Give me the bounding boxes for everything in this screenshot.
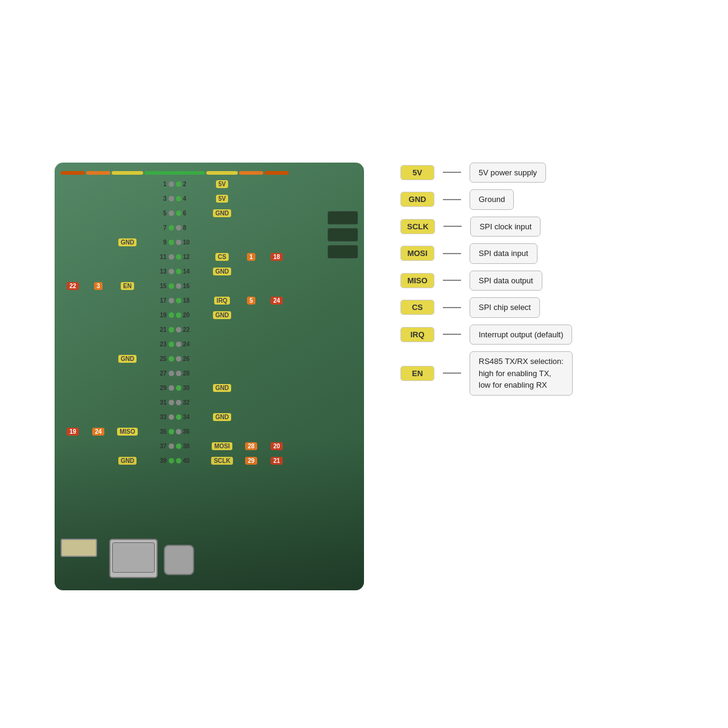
legend-badge: EN bbox=[400, 366, 434, 381]
connector-strip bbox=[61, 539, 97, 557]
header-func-right bbox=[206, 171, 238, 175]
legend-description: 5V power supply bbox=[470, 163, 546, 183]
rj45-inner bbox=[112, 542, 155, 573]
chip-2 bbox=[328, 228, 358, 241]
table-row: 13 14 GND bbox=[61, 265, 358, 278]
legend-description: SPI data input bbox=[470, 243, 538, 264]
chip-components bbox=[328, 211, 358, 258]
legend-item: CS SPI chip select bbox=[400, 297, 673, 318]
chip-1 bbox=[328, 211, 358, 224]
legend-item: GND Ground bbox=[400, 189, 673, 210]
table-row: 19 24 MISO 35 36 bbox=[61, 425, 358, 439]
table-row: 27 28 bbox=[61, 367, 358, 380]
legend-connector-line bbox=[443, 172, 461, 173]
pin-rows: 1 2 5V 3 4 5V 5 6 GND bbox=[61, 178, 358, 468]
table-row: 19 20 GND bbox=[61, 309, 358, 322]
legend-description: Interrupt output (default) bbox=[470, 325, 572, 345]
header-func-left bbox=[112, 171, 143, 175]
legend-section: 5V 5V power supply GND Ground SCLK SPI c… bbox=[400, 163, 673, 396]
legend-item: EN RS485 TX/RX selection:high for enabli… bbox=[400, 351, 673, 396]
pin-grid: 1 2 5V 3 4 5V 5 6 GND bbox=[61, 171, 358, 468]
header-row bbox=[61, 171, 358, 175]
legend-badge: MISO bbox=[400, 273, 434, 288]
legend-item: IRQ Interrupt output (default) bbox=[400, 325, 673, 345]
legend-container: 5V 5V power supply GND Ground SCLK SPI c… bbox=[400, 163, 673, 396]
legend-connector-line bbox=[443, 307, 461, 308]
legend-connector-line bbox=[443, 253, 461, 254]
legend-badge: MOSI bbox=[400, 246, 434, 261]
legend-description: SPI chip select bbox=[470, 297, 540, 318]
table-row: 5 6 GND bbox=[61, 207, 358, 220]
legend-connector-line bbox=[443, 280, 461, 281]
legend-connector-line bbox=[443, 199, 461, 200]
pcb-section: 1 2 5V 3 4 5V 5 6 GND bbox=[55, 163, 382, 590]
legend-description: RS485 TX/RX selection:high for enabling … bbox=[470, 351, 573, 396]
table-row: GND 25 26 bbox=[61, 352, 358, 366]
legend-description: SPI clock input bbox=[470, 217, 541, 237]
table-row: 1 2 5V bbox=[61, 178, 358, 191]
legend-item: MOSI SPI data input bbox=[400, 243, 673, 264]
table-row: 29 30 GND bbox=[61, 382, 358, 395]
legend-item: SCLK SPI clock input bbox=[400, 217, 673, 237]
legend-badge: CS bbox=[400, 300, 434, 315]
table-row: 31 32 bbox=[61, 396, 358, 410]
header-bcm-left bbox=[61, 171, 85, 175]
legend-badge: SCLK bbox=[400, 219, 435, 234]
page: 1 2 5V 3 4 5V 5 6 GND bbox=[42, 126, 686, 602]
table-row: 17 18 IRQ 5 24 bbox=[61, 294, 358, 308]
rj45-port bbox=[109, 539, 158, 578]
table-row: 3 4 5V bbox=[61, 192, 358, 206]
table-row: 37 38 MOSI 28 20 bbox=[61, 440, 358, 453]
table-row: 21 22 bbox=[61, 323, 358, 337]
legend-item: MISO SPI data output bbox=[400, 271, 673, 291]
legend-connector-line bbox=[443, 334, 461, 335]
header-wpi-right bbox=[239, 171, 263, 175]
header-bcm-right bbox=[265, 171, 289, 175]
table-row: 11 12 CS 1 18 bbox=[61, 251, 358, 264]
chip-3 bbox=[328, 245, 358, 258]
usbc-port bbox=[164, 545, 194, 575]
header-wpi-left bbox=[86, 171, 110, 175]
legend-badge: IRQ bbox=[400, 327, 434, 342]
legend-badge: GND bbox=[400, 192, 434, 207]
pcb-board: 1 2 5V 3 4 5V 5 6 GND bbox=[55, 163, 364, 590]
table-row: 33 34 GND bbox=[61, 411, 358, 424]
bottom-connectors bbox=[61, 539, 194, 578]
table-row: 23 24 bbox=[61, 338, 358, 351]
legend-badge: 5V bbox=[400, 165, 434, 180]
legend-description: SPI data output bbox=[470, 271, 542, 291]
legend-item: 5V 5V power supply bbox=[400, 163, 673, 183]
table-row: 7 8 bbox=[61, 221, 358, 235]
legend-connector-line bbox=[443, 226, 462, 227]
table-row: GND 9 10 bbox=[61, 236, 358, 249]
legend-connector-line bbox=[443, 372, 461, 374]
table-row: 22 3 EN 15 16 bbox=[61, 280, 358, 293]
table-row: GND 39 40 SCLK 29 21 bbox=[61, 454, 358, 468]
header-pinno bbox=[144, 171, 205, 175]
legend-description: Ground bbox=[470, 189, 514, 210]
